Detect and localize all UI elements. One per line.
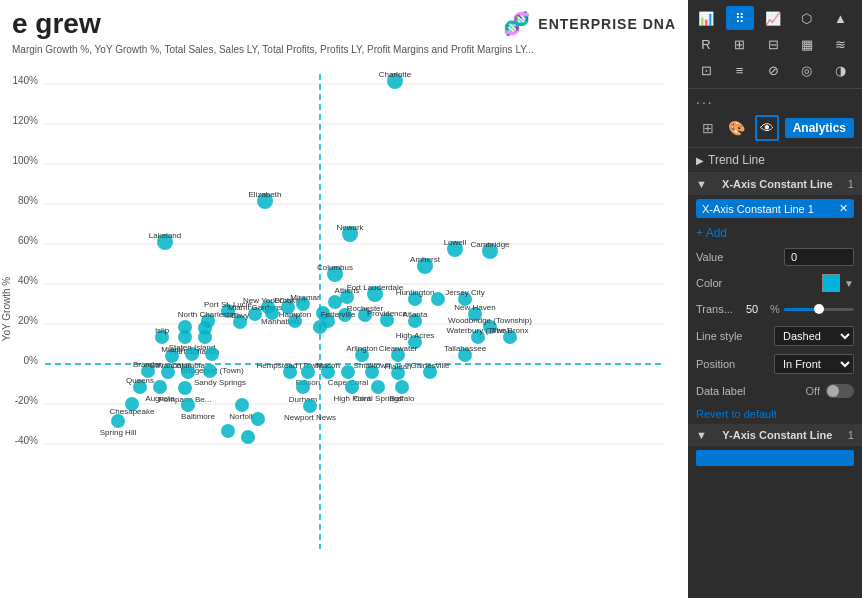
color-label: Color: [696, 277, 746, 289]
y-axis-indicator: [696, 450, 854, 466]
svg-point-140: [371, 380, 385, 394]
chart-header: e grew 🧬 ENTERPRISE DNA: [0, 0, 688, 44]
logo-icon: 🧬: [503, 11, 530, 37]
chart-icon-area[interactable]: ▲: [826, 6, 854, 30]
x-axis-section-header[interactable]: ▼ X-Axis Constant Line 1: [688, 173, 862, 195]
line-style-select[interactable]: Dashed Solid Dotted: [774, 326, 854, 346]
chart-icon-filter[interactable]: ⊡: [692, 58, 720, 82]
svg-point-118: [301, 365, 315, 379]
chart-icon-card[interactable]: ▦: [793, 32, 821, 56]
constant-line-close-icon[interactable]: ✕: [839, 202, 848, 215]
svg-text:Charlotte: Charlotte: [379, 70, 412, 79]
svg-text:Newark: Newark: [336, 223, 364, 232]
chart-icon-globe[interactable]: ◎: [793, 58, 821, 82]
chart-icon-scatter[interactable]: ⠿: [726, 6, 754, 30]
y-axis-section-chevron: ▼: [696, 429, 707, 441]
svg-point-134: [178, 381, 192, 395]
svg-text:Cambridge: Cambridge: [470, 240, 510, 249]
chart-icon-table[interactable]: ⊞: [726, 32, 754, 56]
right-panel: 📊 ⠿ 📈 ⬡ ▲ R ⊞ ⊟ ▦ ≋ ⊡ ≡ ⊘ ◎ ◑ ... ⊞ 🎨 👁 …: [688, 0, 862, 598]
svg-point-49: [328, 295, 342, 309]
data-label-toggle-row: Off: [806, 384, 854, 398]
svg-text:Providence: Providence: [367, 309, 408, 318]
chart-icon-line[interactable]: 📈: [759, 6, 787, 30]
svg-text:Woodbridge (Township): Woodbridge (Township): [448, 316, 532, 325]
svg-text:North Charleston: North Charleston: [178, 310, 238, 319]
chart-icon-r[interactable]: R: [692, 32, 720, 56]
data-label-toggle[interactable]: [826, 384, 854, 398]
chart-subtitle: Margin Growth %, YoY Growth %, Total Sal…: [0, 44, 688, 57]
analytics-tab-label[interactable]: Analytics: [785, 118, 854, 138]
color-swatch[interactable]: [822, 274, 840, 292]
svg-text:Jersey City: Jersey City: [445, 288, 485, 297]
trans-value: 50: [746, 303, 766, 315]
svg-text:High Acres: High Acres: [396, 331, 435, 340]
svg-text:The Bronx: The Bronx: [492, 326, 529, 335]
add-label: + Add: [696, 226, 727, 240]
svg-text:Miramar: Miramar: [290, 293, 320, 302]
chart-icon-pie[interactable]: ⬡: [793, 6, 821, 30]
position-select[interactable]: In Front Behind: [774, 354, 854, 374]
svg-point-150: [303, 399, 317, 413]
position-row: Position In Front Behind: [688, 350, 862, 378]
svg-text:20%: 20%: [18, 315, 38, 326]
svg-text:Fetterville: Fetterville: [321, 310, 356, 319]
svg-point-154: [251, 412, 265, 426]
x-axis-section-chevron: ▼: [696, 178, 707, 190]
revert-button[interactable]: Revert to default: [688, 404, 862, 424]
svg-point-52: [431, 292, 445, 306]
value-row: Value: [688, 244, 862, 270]
svg-text:Macon: Macon: [316, 361, 340, 370]
svg-point-148: [235, 398, 249, 412]
icon-grid-top: 📊 ⠿ 📈 ⬡ ▲ R ⊞ ⊟ ▦ ≋ ⊡ ≡ ⊘ ◎ ◑: [688, 0, 862, 89]
trend-line-row[interactable]: ▶ Trend Line: [688, 148, 862, 173]
chart-icon-bar[interactable]: 📊: [692, 6, 720, 30]
line-style-label: Line style: [696, 330, 746, 342]
y-axis-section-header[interactable]: ▼ Y-Axis Constant Line 1: [688, 424, 862, 446]
svg-text:Spring Hill: Spring Hill: [100, 428, 137, 437]
svg-text:80%: 80%: [18, 195, 38, 206]
trans-slider[interactable]: [784, 308, 854, 311]
add-button[interactable]: + Add: [688, 222, 862, 244]
svg-text:100%: 100%: [12, 155, 38, 166]
data-label-row: Data label Off: [688, 378, 862, 404]
svg-point-138: [345, 380, 359, 394]
analytics-section: ⊞ 🎨 👁 Analytics ▶ Trend Line ▼ X-Axis Co…: [688, 109, 862, 470]
svg-text:Hampton: Hampton: [279, 310, 311, 319]
chart-icon-slicer[interactable]: ≡: [726, 58, 754, 82]
chart-icon-matrix[interactable]: ⊟: [759, 32, 787, 56]
svg-text:Columbia: Columbia: [171, 361, 205, 370]
trans-label: Trans...: [696, 303, 746, 315]
svg-point-98: [205, 347, 219, 361]
chart-icon-kpi[interactable]: ≋: [826, 32, 854, 56]
svg-point-88: [198, 330, 212, 344]
svg-text:Islip: Islip: [155, 326, 170, 335]
fields-tab-icon[interactable]: ⊞: [696, 115, 719, 141]
svg-text:Huntington: Huntington: [396, 288, 435, 297]
constant-line-tab[interactable]: X-Axis Constant Line 1 ✕: [696, 199, 854, 218]
scatter-container: 140% 120% 100% 80% 60% 40% 20% 0% -20% -…: [0, 59, 688, 569]
scatter-svg: 140% 120% 100% 80% 60% 40% 20% 0% -20% -…: [0, 59, 688, 569]
format-tab-icon[interactable]: 🎨: [725, 115, 748, 141]
analytics-tab-icon[interactable]: 👁: [755, 115, 779, 141]
chart-icon-gauge[interactable]: ◑: [826, 58, 854, 82]
svg-text:140%: 140%: [12, 75, 38, 86]
logo-text: ENTERPRISE DNA: [538, 16, 676, 32]
svg-text:Gainesville: Gainesville: [410, 361, 450, 370]
svg-text:Tallahassee: Tallahassee: [444, 344, 487, 353]
svg-text:40%: 40%: [18, 275, 38, 286]
y-axis-section-title: Y-Axis Constant Line: [722, 429, 832, 441]
color-expand-icon[interactable]: ▼: [844, 278, 854, 289]
position-label: Position: [696, 358, 746, 370]
line-style-row: Line style Dashed Solid Dotted: [688, 322, 862, 350]
svg-text:Buffalo: Buffalo: [390, 394, 415, 403]
svg-point-132: [153, 380, 167, 394]
svg-text:Clearwater: Clearwater: [379, 344, 418, 353]
chart-icon-map[interactable]: ⊘: [759, 58, 787, 82]
svg-text:Queens: Queens: [126, 376, 154, 385]
svg-text:Elizabeth: Elizabeth: [249, 190, 282, 199]
trans-slider-thumb[interactable]: [814, 304, 824, 314]
data-label-label: Data label: [696, 385, 746, 397]
svg-point-136: [296, 380, 310, 394]
value-input[interactable]: [784, 248, 854, 266]
